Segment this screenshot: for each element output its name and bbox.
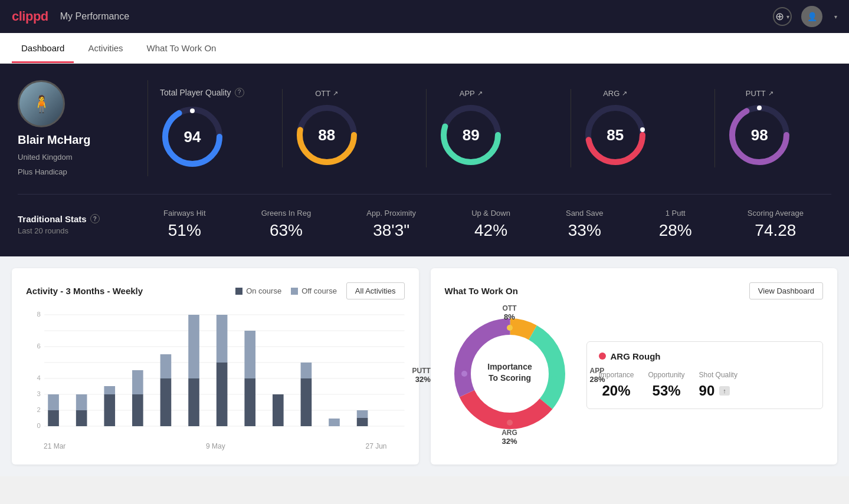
donut-container: Importance To Scoring OTT 8% APP 28% ARG… <box>445 309 575 441</box>
activity-header: Activity - 3 Months - Weekly On course O… <box>26 282 405 299</box>
donut-label-app: APP 28% <box>589 367 605 384</box>
bar-chart: 8 6 4 3 2 0 <box>26 309 405 439</box>
stat-items: Fairways Hit 51% Greens In Reg 63% App. … <box>136 209 831 240</box>
wtwo-content: Importance To Scoring OTT 8% APP 28% ARG… <box>445 309 824 441</box>
view-dashboard-button[interactable]: View Dashboard <box>749 282 823 299</box>
arrow-icon: ↗ <box>477 90 483 97</box>
svg-rect-37 <box>188 378 199 426</box>
nav-right: ⊕ ▾ 👤 ▾ <box>773 6 837 27</box>
svg-rect-27 <box>48 410 59 426</box>
detail-opportunity: Opportunity 53% <box>648 371 685 399</box>
wtwo-title: What To Work On <box>445 286 518 296</box>
svg-rect-33 <box>132 394 143 426</box>
svg-rect-39 <box>217 363 228 426</box>
on-course-dot <box>235 288 242 295</box>
donut-label-arg: ARG 32% <box>501 429 517 446</box>
detail-dot <box>599 353 606 360</box>
stat-sand: Sand Save 33% <box>566 209 604 240</box>
tab-what-to-work-on[interactable]: What To Work On <box>137 35 226 63</box>
legend-on-course: On course <box>235 286 281 295</box>
svg-rect-30 <box>76 394 87 410</box>
tab-activities[interactable]: Activities <box>78 35 132 63</box>
off-course-dot <box>291 288 298 295</box>
detail-card: ARG Rough Importance 20% Opportunity 53%… <box>586 341 824 409</box>
shot-quality-badge: ↑ <box>719 386 730 396</box>
user-avatar-button[interactable]: 👤 <box>801 6 822 27</box>
gauge-ott-value: 88 <box>318 126 335 144</box>
gauge-row: OTT ↗ 88 APP ↗ <box>254 89 831 167</box>
wtwo-panel: What To Work On View Dashboard <box>431 268 838 465</box>
avatar-placeholder: 👤 <box>807 12 817 21</box>
svg-rect-41 <box>244 378 255 426</box>
svg-point-9 <box>640 127 645 132</box>
gauge-app-value: 89 <box>463 126 480 144</box>
gauge-app-wrapper: 89 <box>438 103 503 167</box>
svg-rect-47 <box>357 418 368 426</box>
svg-text:6: 6 <box>37 342 40 350</box>
help-icon[interactable]: ? <box>90 214 100 223</box>
svg-text:3: 3 <box>37 390 40 397</box>
help-icon[interactable]: ? <box>235 88 244 97</box>
donut-label-putt: PUTT 32% <box>412 367 431 384</box>
stat-scoring: Scoring Average 74.28 <box>748 209 804 240</box>
gauge-arg-label: ARG ↗ <box>603 89 627 98</box>
svg-point-55 <box>507 420 513 426</box>
gauge-putt: PUTT ↗ 98 <box>714 89 804 167</box>
svg-text:0: 0 <box>37 422 40 429</box>
svg-rect-32 <box>104 386 115 394</box>
add-button[interactable]: ⊕ ▾ <box>773 7 792 26</box>
arrow-icon: ↗ <box>622 90 627 97</box>
all-activities-button[interactable]: All Activities <box>346 282 405 299</box>
tpq-gauge: 94 <box>160 104 225 169</box>
svg-rect-38 <box>188 315 199 378</box>
user-chevron-icon: ▾ <box>834 14 837 20</box>
quality-row: 🧍 Blair McHarg United Kingdom Plus Handi… <box>18 80 831 176</box>
detail-metrics: Importance 20% Opportunity 53% Shot Qual… <box>599 371 811 399</box>
activity-panel: Activity - 3 Months - Weekly On course O… <box>12 268 419 465</box>
divider <box>147 80 148 176</box>
tpq-label: Total Player Quality ? <box>160 88 254 97</box>
trad-title: Traditional Stats ? <box>18 214 136 224</box>
svg-rect-40 <box>217 315 228 363</box>
gauge-arg-value: 85 <box>607 126 624 144</box>
stat-up-down: Up & Down 42% <box>471 209 510 240</box>
bottom-row: Activity - 3 Months - Weekly On course O… <box>0 256 849 476</box>
player-handicap: Plus Handicap <box>18 167 67 176</box>
chart-legend: On course Off course <box>235 286 337 295</box>
svg-rect-28 <box>48 394 59 410</box>
svg-rect-44 <box>301 378 312 426</box>
chart-label-may: 9 May <box>206 442 225 450</box>
nav-title: My Performance <box>60 11 129 22</box>
chevron-down-icon: ▾ <box>786 14 789 20</box>
svg-text:To Scoring: To Scoring <box>488 373 530 383</box>
stat-proximity: App. Proximity 38'3" <box>366 209 416 240</box>
arrow-icon: ↗ <box>333 90 338 97</box>
nav-left: clippd My Performance <box>12 9 129 24</box>
svg-text:Importance: Importance <box>487 362 532 371</box>
svg-rect-31 <box>104 394 115 426</box>
top-nav: clippd My Performance ⊕ ▾ 👤 ▾ <box>0 0 849 33</box>
donut-chart: Importance To Scoring <box>445 309 575 439</box>
stats-panel: 🧍 Blair McHarg United Kingdom Plus Handi… <box>0 64 849 256</box>
svg-point-2 <box>190 108 195 113</box>
svg-rect-35 <box>160 378 172 426</box>
stat-1putt: 1 Putt 28% <box>659 209 692 240</box>
traditional-stats-row: Traditional Stats ? Last 20 rounds Fairw… <box>18 194 831 240</box>
donut-label-ott: OTT 8% <box>503 304 517 321</box>
stat-fairways: Fairways Hit 51% <box>163 209 206 240</box>
svg-rect-46 <box>329 419 340 426</box>
gauge-arg: ARG ↗ 85 <box>571 89 660 167</box>
chart-label-mar: 21 Mar <box>44 442 65 450</box>
svg-text:4: 4 <box>37 374 40 381</box>
tab-dashboard[interactable]: Dashboard <box>12 35 74 63</box>
gauge-ott-label: OTT ↗ <box>315 89 338 98</box>
svg-rect-34 <box>132 370 143 394</box>
svg-rect-45 <box>301 363 312 378</box>
svg-point-56 <box>461 371 467 377</box>
avatar: 🧍 <box>18 80 65 127</box>
svg-text:2: 2 <box>37 406 40 413</box>
gauge-putt-label: PUTT ↗ <box>746 89 773 98</box>
detail-shot-quality: Shot Quality 90 ↑ <box>699 371 737 399</box>
svg-rect-29 <box>76 410 87 426</box>
tpq-value: 94 <box>184 127 201 146</box>
